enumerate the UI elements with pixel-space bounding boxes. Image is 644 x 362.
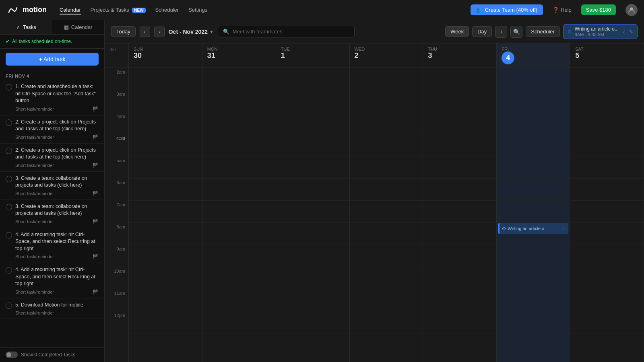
task-circle [6, 204, 12, 210]
save-button[interactable]: Save $180 [581, 4, 616, 15]
day-columns: ⊙ Writing an article o ⋮ [129, 68, 644, 362]
task-circle [6, 176, 12, 182]
day-header-fri: Fri 4 [497, 43, 570, 68]
task-circle [6, 267, 12, 274]
time-5am: 5am [105, 156, 128, 179]
task-flag-icon: 🏴 [93, 219, 99, 224]
day-col-sun[interactable] [129, 68, 202, 362]
nav-projects-tasks[interactable]: Projects & Tasks NEW [91, 5, 146, 14]
list-item[interactable]: 3. Create a team: collaborate on project… [0, 172, 104, 200]
logo: motion [6, 4, 47, 16]
next-arrow[interactable]: › [154, 27, 165, 37]
task-circle [6, 302, 12, 309]
time-3am: 3am [105, 90, 128, 112]
task-flag-icon: 🏴 [93, 191, 99, 196]
task-title: 3. Create a team: collaborate on project… [15, 175, 99, 189]
task-flag-icon: 🏴 [93, 106, 99, 112]
task-title: 2. Create a project: click on Projects a… [15, 147, 99, 161]
list-item[interactable]: 1. Create and autoschedule a task: hit C… [0, 80, 104, 115]
date-range[interactable]: Oct - Nov 2022 ▼ [169, 29, 214, 35]
sidebar-tab-calendar[interactable]: ▦ Calendar [52, 20, 105, 34]
search-bar[interactable]: 🔍 [218, 26, 355, 37]
day-col-fri[interactable]: ⊙ Writing an article o ⋮ [497, 68, 570, 362]
day-header-sat: Sat 5 [570, 43, 644, 68]
list-item[interactable]: 2. Create a project: click on Projects a… [0, 115, 104, 144]
task-edit-icon[interactable]: ✎ [629, 29, 633, 35]
logo-icon [6, 4, 19, 16]
task-label: Short task/reminder [15, 135, 54, 140]
sidebar: ✓ Tasks ▦ Calendar ✔ All tasks scheduled… [0, 20, 105, 362]
task-circle [6, 148, 12, 154]
scheduler-button[interactable]: Scheduler [526, 26, 560, 37]
day-col-mon[interactable] [202, 68, 276, 362]
event-writing-article[interactable]: ⊙ Writing an article o ⋮ [498, 223, 568, 234]
day-header-tue: Tue 1 [276, 43, 350, 68]
help-button[interactable]: ❓ Help [553, 7, 572, 13]
time-8am: 8am [105, 223, 128, 245]
list-item[interactable]: 5. Download Motion for mobile Short task… [0, 298, 104, 319]
tasks-icon: ✓ [16, 24, 21, 30]
day-col-tue[interactable] [276, 68, 350, 362]
nav-settings[interactable]: Settings [188, 5, 207, 14]
day-col-wed[interactable] [350, 68, 423, 362]
add-view-button[interactable]: + [495, 26, 507, 38]
list-item[interactable]: 3. Create a team: collaborate on project… [0, 200, 104, 228]
search-input[interactable] [233, 29, 349, 35]
time-6am: 6am [105, 179, 128, 201]
search-button[interactable]: 🔍 [510, 26, 522, 38]
task-complete-icon: ✓ [622, 29, 626, 35]
event-title: Writing an article o [508, 226, 544, 231]
task-label: Short task/reminder [15, 290, 54, 294]
nav-scheduler[interactable]: Scheduler [155, 5, 179, 14]
day-view-button[interactable]: Day [472, 26, 492, 37]
create-team-button[interactable]: 👥 Create Team (40% off) [471, 4, 543, 15]
app-name: motion [23, 6, 47, 14]
list-item[interactable]: 4. Add a recurring task: hit Ctrl-Space,… [0, 263, 104, 298]
time-7am: 7am [105, 201, 128, 223]
day-header-mon: Mon 31 [202, 43, 276, 68]
sidebar-date-header: FRI NOV 4 [0, 70, 104, 80]
event-menu-icon[interactable]: ⋮ [561, 226, 566, 231]
today-button[interactable]: Today [111, 26, 136, 37]
calendar-view-controls: Week Day + 🔍 Scheduler ⊙ Writing an arti… [445, 24, 638, 39]
task-circle [6, 119, 12, 126]
calendar-area: Today ‹ › Oct - Nov 2022 ▼ 🔍 Week Day + … [105, 20, 644, 362]
task-flag-icon: 🏴 [93, 289, 99, 295]
time-10am: 10am [105, 267, 128, 289]
toggle-knob [6, 352, 11, 357]
sidebar-tab-tasks[interactable]: ✓ Tasks [0, 20, 52, 34]
chevron-down-icon: ▼ [209, 29, 214, 34]
list-item[interactable]: 4. Add a recurring task: hit Ctrl-Space,… [0, 228, 104, 263]
day-col-sat[interactable] [570, 68, 644, 362]
day-header-wed: Wed 2 [350, 43, 423, 68]
projects-badge: NEW [132, 8, 145, 13]
search-icon: 🔍 [223, 29, 229, 35]
current-task-pill[interactable]: ⊙ Writing an article o... 9AM - 9:30 AM … [563, 24, 638, 39]
task-title: 4. Add a recurring task: hit Ctrl-Space,… [15, 231, 99, 253]
prev-arrow[interactable]: ‹ [140, 27, 150, 37]
current-time-indicator [129, 129, 202, 129]
show-completed-toggle[interactable] [6, 352, 18, 358]
avatar[interactable] [625, 4, 638, 16]
time-11am: 11am [105, 289, 128, 311]
create-team-icon: 👥 [476, 7, 483, 13]
day-header-thu: Thu 3 [423, 43, 497, 68]
list-item[interactable]: 2. Create a project: click on Projects a… [0, 144, 104, 172]
day-header-sun: Sun 30 [129, 43, 202, 68]
day-headers: IST Sun 30 Mon 31 Tue 1 Wed 2 [105, 43, 644, 68]
add-task-button[interactable]: + Add task [6, 53, 99, 66]
help-icon: ❓ [553, 7, 559, 13]
time-column: 2am 3am 4am 4:30 5am 6am 7am 8am 9am 10a… [105, 68, 129, 362]
task-title: 5. Download Motion for mobile [15, 302, 99, 309]
topnav: motion Calendar Projects & Tasks NEW Sch… [0, 0, 644, 20]
nav-calendar[interactable]: Calendar [60, 5, 81, 14]
time-12pm: 12pm [105, 311, 128, 333]
sidebar-status: ✔ All tasks scheduled on-time. [0, 35, 104, 49]
task-title: 4. Add a recurring task: hit Ctrl-Space,… [15, 266, 99, 288]
calendar-header: Today ‹ › Oct - Nov 2022 ▼ 🔍 Week Day + … [105, 20, 644, 43]
status-check-icon: ✔ [6, 39, 10, 44]
day-col-thu[interactable] [423, 68, 497, 362]
week-view-button[interactable]: Week [445, 26, 469, 37]
calendar-grid: IST Sun 30 Mon 31 Tue 1 Wed 2 [105, 43, 644, 362]
tz-header: IST [105, 43, 129, 68]
